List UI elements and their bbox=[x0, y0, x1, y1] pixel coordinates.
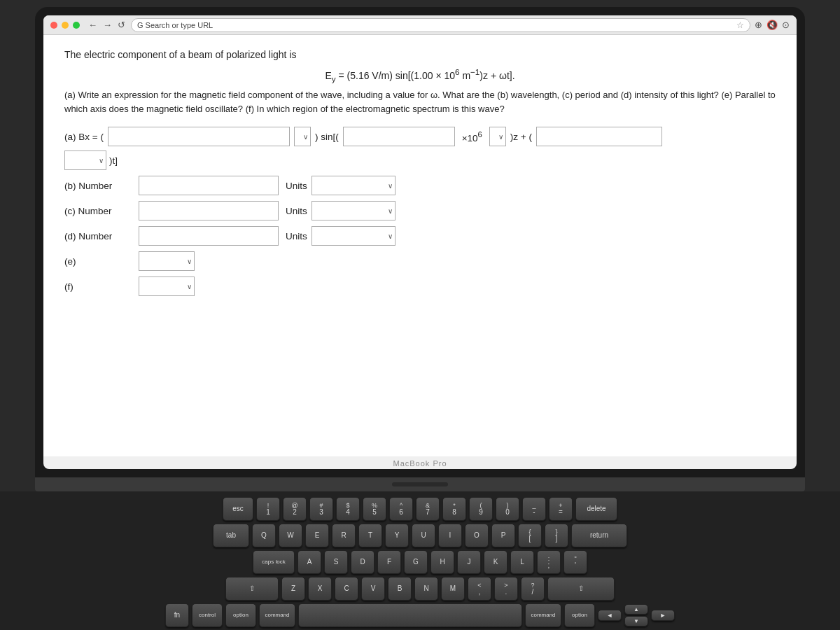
key-esc[interactable]: esc bbox=[223, 497, 253, 521]
key-space[interactable] bbox=[298, 603, 522, 627]
key-bracket-left[interactable]: {[ bbox=[518, 524, 542, 547]
key-minus[interactable]: _- bbox=[522, 497, 546, 521]
part-b-input[interactable] bbox=[139, 176, 279, 195]
forward-button[interactable]: → bbox=[102, 20, 113, 30]
part-a-dropdown2[interactable] bbox=[489, 127, 506, 146]
part-a-input3[interactable] bbox=[536, 127, 662, 146]
key-bracket-right[interactable]: }] bbox=[545, 524, 568, 547]
key-3[interactable]: #3 bbox=[309, 497, 333, 521]
close-button[interactable] bbox=[50, 22, 57, 29]
volume-icon[interactable]: 🔇 bbox=[766, 20, 778, 30]
part-c-units-select[interactable] bbox=[312, 201, 396, 220]
key-arrow-down[interactable]: ▼ bbox=[624, 616, 648, 626]
part-a-input2[interactable] bbox=[343, 127, 455, 146]
key-6[interactable]: ^6 bbox=[389, 497, 413, 521]
key-delete[interactable]: delete bbox=[575, 497, 617, 521]
key-ctrl[interactable]: control bbox=[192, 603, 223, 627]
key-option-left[interactable]: option bbox=[225, 603, 256, 627]
part-a-jt: )t] bbox=[109, 155, 118, 166]
key-q[interactable]: Q bbox=[252, 524, 276, 547]
user-icon[interactable]: ⊙ bbox=[782, 20, 790, 30]
part-a-dropdown2-wrapper[interactable] bbox=[489, 127, 506, 146]
key-1[interactable]: !1 bbox=[256, 497, 280, 521]
key-g[interactable]: G bbox=[404, 550, 428, 574]
part-d-units-wrapper[interactable] bbox=[312, 226, 396, 246]
key-e[interactable]: E bbox=[305, 524, 329, 547]
key-u[interactable]: U bbox=[412, 524, 435, 547]
maximize-button[interactable] bbox=[73, 22, 80, 29]
key-l[interactable]: L bbox=[510, 550, 534, 574]
key-a[interactable]: A bbox=[298, 550, 321, 574]
part-f-dropdown-wrapper[interactable] bbox=[139, 276, 195, 296]
key-quote[interactable]: "' bbox=[564, 550, 587, 574]
part-e-select[interactable] bbox=[139, 251, 195, 271]
key-slash[interactable]: ?/ bbox=[521, 577, 545, 601]
key-k[interactable]: K bbox=[484, 550, 507, 574]
part-a-dropdown1-wrapper[interactable] bbox=[294, 127, 311, 146]
part-a-dropdown3-wrapper[interactable] bbox=[64, 150, 106, 170]
key-arrow-up[interactable]: ▲ bbox=[624, 604, 648, 615]
key-8[interactable]: *8 bbox=[442, 497, 466, 521]
key-7[interactable]: &7 bbox=[416, 497, 440, 521]
key-fn[interactable]: fn bbox=[165, 603, 189, 627]
key-arrow-left[interactable]: ◄ bbox=[598, 610, 622, 621]
part-a-dropdown1[interactable] bbox=[294, 127, 311, 146]
key-arrow-right[interactable]: ► bbox=[651, 610, 675, 621]
key-m[interactable]: M bbox=[441, 577, 465, 601]
key-command-right[interactable]: command bbox=[525, 603, 561, 627]
key-i[interactable]: I bbox=[438, 524, 462, 547]
address-bar[interactable]: G Search or type URL ☆ bbox=[131, 18, 750, 32]
key-2[interactable]: @2 bbox=[283, 497, 307, 521]
refresh-button[interactable]: ↺ bbox=[116, 20, 127, 30]
key-caps-lock[interactable]: caps lock bbox=[253, 550, 295, 574]
key-b[interactable]: B bbox=[388, 577, 412, 601]
macbook-label: MacBook Pro bbox=[43, 456, 797, 469]
key-n[interactable]: N bbox=[414, 577, 438, 601]
key-period[interactable]: >. bbox=[494, 577, 518, 601]
screen: ← → ↺ G Search or type URL ☆ ⊕ 🔇 ⊙ The e… bbox=[43, 15, 797, 469]
key-x[interactable]: X bbox=[308, 577, 332, 601]
key-command-left[interactable]: command bbox=[259, 603, 295, 627]
key-o[interactable]: O bbox=[465, 524, 489, 547]
minimize-button[interactable] bbox=[62, 22, 69, 29]
key-h[interactable]: H bbox=[430, 550, 454, 574]
part-f-select[interactable] bbox=[139, 276, 195, 296]
part-b-units-select[interactable] bbox=[312, 176, 396, 195]
key-shift-left[interactable]: ⇧ bbox=[225, 577, 279, 601]
key-w[interactable]: W bbox=[279, 524, 302, 547]
part-c-units-wrapper[interactable] bbox=[312, 201, 396, 220]
part-a-input1[interactable] bbox=[108, 127, 290, 146]
key-0[interactable]: )0 bbox=[496, 497, 519, 521]
key-tab[interactable]: tab bbox=[213, 524, 249, 547]
key-return[interactable]: return bbox=[571, 524, 627, 547]
key-d[interactable]: D bbox=[351, 550, 374, 574]
part-c-input[interactable] bbox=[139, 201, 279, 220]
key-option-right[interactable]: option bbox=[564, 603, 595, 627]
key-z[interactable]: Z bbox=[281, 577, 305, 601]
key-s[interactable]: S bbox=[324, 550, 348, 574]
key-y[interactable]: Y bbox=[385, 524, 409, 547]
key-c[interactable]: C bbox=[335, 577, 358, 601]
part-f-row: (f) bbox=[64, 276, 776, 296]
back-button[interactable]: ← bbox=[87, 20, 99, 30]
part-d-input[interactable] bbox=[139, 226, 279, 246]
key-5[interactable]: %5 bbox=[363, 497, 386, 521]
key-shift-right[interactable]: ⇧ bbox=[547, 577, 615, 601]
part-d-units-select[interactable] bbox=[312, 226, 396, 246]
add-tab-icon[interactable]: ⊕ bbox=[755, 20, 762, 30]
key-j[interactable]: J bbox=[457, 550, 481, 574]
part-e-dropdown-wrapper[interactable] bbox=[139, 251, 195, 271]
key-4[interactable]: $4 bbox=[336, 497, 360, 521]
key-t[interactable]: T bbox=[358, 524, 382, 547]
key-f[interactable]: F bbox=[377, 550, 401, 574]
keyboard-row-5: fn control option command command option… bbox=[165, 603, 675, 627]
part-a-dropdown3[interactable] bbox=[64, 150, 106, 170]
key-p[interactable]: P bbox=[491, 524, 515, 547]
key-9[interactable]: (9 bbox=[469, 497, 493, 521]
key-v[interactable]: V bbox=[361, 577, 385, 601]
key-semicolon[interactable]: :; bbox=[537, 550, 561, 574]
key-r[interactable]: R bbox=[332, 524, 356, 547]
part-b-units-wrapper[interactable] bbox=[312, 176, 396, 195]
key-equals[interactable]: += bbox=[549, 497, 573, 521]
key-comma[interactable]: <, bbox=[468, 577, 491, 601]
